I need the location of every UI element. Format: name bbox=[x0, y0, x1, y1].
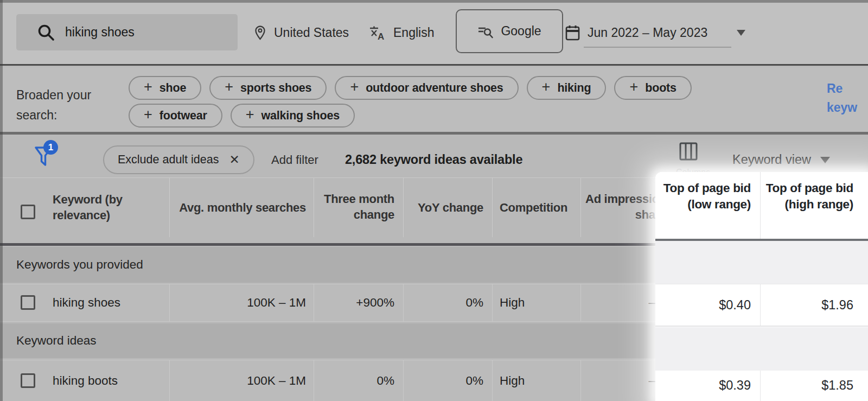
top-bar: hiking shoes United States A English Goo… bbox=[0, 0, 868, 66]
refine-edge-fade bbox=[858, 77, 868, 120]
date-range-underline bbox=[584, 47, 731, 48]
network-selector[interactable]: Google bbox=[456, 9, 563, 53]
header-keyword[interactable]: Keyword (by relevance) bbox=[0, 178, 169, 237]
window-edge-top bbox=[0, 0, 868, 3]
plus-icon: + bbox=[350, 79, 359, 96]
header-three-month-change[interactable]: Three month change bbox=[314, 178, 403, 237]
bid-low-cell: $0.40 bbox=[655, 284, 760, 326]
avg-monthly-cell: 100K – 1M bbox=[169, 360, 314, 401]
svg-text:A: A bbox=[378, 31, 384, 40]
exclude-adult-ideas-chip[interactable]: Exclude adult ideas ✕ bbox=[103, 145, 254, 174]
pill-sports-shoes[interactable]: +sports shoes bbox=[209, 76, 327, 100]
window-edge-left bbox=[0, 0, 3, 401]
keyword-planner-screen: hiking shoes United States A English Goo… bbox=[0, 0, 868, 401]
bid-row: $0.40 $1.96 bbox=[655, 284, 868, 327]
pill-shoe[interactable]: +shoe bbox=[129, 76, 201, 100]
close-icon[interactable]: ✕ bbox=[229, 152, 239, 167]
language-selector[interactable]: A English bbox=[369, 0, 434, 66]
three-month-cell: 0% bbox=[314, 360, 403, 401]
ideas-count-text: 2,682 keyword ideas available bbox=[345, 145, 522, 174]
pill-walking-shoes[interactable]: +walking shoes bbox=[231, 104, 355, 128]
bid-high-cell: $1.85 bbox=[760, 371, 868, 401]
bid-columns-header: Top of page bid (low range) Top of page … bbox=[655, 172, 868, 239]
bid-low-cell: $0.39 bbox=[655, 371, 760, 401]
date-range-selector[interactable]: Jun 2022 – May 2023 bbox=[565, 0, 745, 66]
bid-row: $0.39 $1.85 bbox=[655, 371, 868, 401]
three-month-cell: +900% bbox=[314, 284, 403, 321]
yoy-cell: 0% bbox=[403, 360, 492, 401]
header-bid-high[interactable]: Top of page bid (high range) bbox=[760, 172, 868, 239]
keyword-cell: hiking boots bbox=[53, 374, 118, 388]
pill-boots[interactable]: +boots bbox=[614, 76, 691, 100]
pill-hiking[interactable]: +hiking bbox=[527, 76, 607, 100]
chevron-down-icon bbox=[820, 157, 830, 163]
header-bid-low[interactable]: Top of page bid (low range) bbox=[655, 172, 760, 239]
search-input[interactable]: hiking shoes bbox=[16, 14, 238, 50]
yoy-cell: 0% bbox=[403, 284, 492, 321]
suggested-keywords: +shoe +sports shoes +outdoor adventure s… bbox=[129, 76, 736, 128]
language-label: English bbox=[393, 26, 434, 40]
pill-outdoor-adventure-shoes[interactable]: +outdoor adventure shoes bbox=[335, 76, 518, 100]
keyword-cell: hiking shoes bbox=[53, 296, 120, 310]
header-yoy-change[interactable]: YoY change bbox=[403, 178, 492, 237]
filter-count-badge: 1 bbox=[43, 140, 58, 155]
plus-icon: + bbox=[629, 79, 638, 96]
chevron-down-icon bbox=[737, 30, 745, 36]
bid-high-cell: $1.96 bbox=[760, 284, 868, 326]
date-range-label: Jun 2022 – May 2023 bbox=[588, 26, 707, 40]
chip-label: Exclude adult ideas bbox=[118, 153, 219, 167]
competition-cell: High bbox=[492, 284, 580, 321]
row-checkbox[interactable] bbox=[21, 373, 35, 388]
broaden-search-panel: Broaden your search: +shoe +sports shoes… bbox=[0, 67, 868, 132]
highlighted-bid-columns: Top of page bid (low range) Top of page … bbox=[655, 172, 868, 401]
add-filter-button[interactable]: Add filter bbox=[271, 145, 318, 174]
location-selector[interactable]: United States bbox=[254, 0, 349, 66]
panel-separator bbox=[0, 132, 868, 135]
columns-icon[interactable] bbox=[679, 142, 698, 161]
translate-icon: A bbox=[369, 26, 386, 40]
location-pin-icon bbox=[254, 25, 266, 41]
calendar-icon bbox=[565, 25, 580, 41]
search-icon bbox=[37, 23, 55, 42]
plus-icon: + bbox=[225, 79, 233, 96]
network-label: Google bbox=[501, 24, 541, 39]
plus-icon: + bbox=[144, 106, 152, 123]
header-avg-monthly-searches[interactable]: Avg. monthly searches bbox=[169, 178, 314, 237]
row-checkbox[interactable] bbox=[21, 295, 35, 310]
broaden-search-label: Broaden your search: bbox=[16, 85, 108, 125]
header-competition[interactable]: Competition bbox=[492, 178, 580, 237]
plus-icon: + bbox=[542, 79, 551, 96]
location-label: United States bbox=[274, 26, 349, 40]
select-all-checkbox[interactable] bbox=[21, 205, 35, 219]
search-value: hiking shoes bbox=[65, 25, 135, 40]
pill-footwear[interactable]: +footwear bbox=[129, 104, 222, 128]
bid-section-band bbox=[655, 327, 868, 371]
plus-icon: + bbox=[144, 79, 152, 96]
bid-section-band bbox=[655, 241, 868, 284]
plus-icon: + bbox=[246, 106, 254, 123]
avg-monthly-cell: 100K – 1M bbox=[169, 284, 314, 321]
competition-cell: High bbox=[492, 360, 580, 401]
search-network-icon bbox=[477, 24, 494, 39]
view-label: Keyword view bbox=[732, 152, 811, 167]
view-selector[interactable]: Keyword view bbox=[732, 145, 830, 174]
